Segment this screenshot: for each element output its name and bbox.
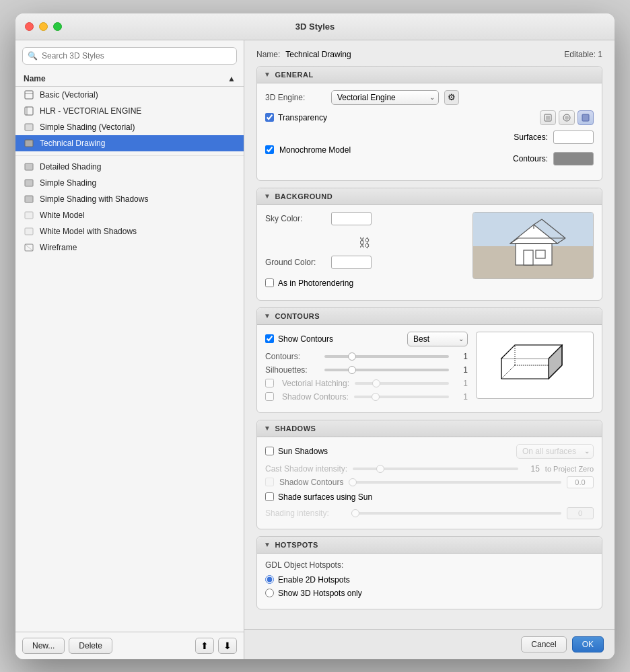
list-item[interactable]: White Model xyxy=(15,207,244,223)
sun-shadows-checkbox[interactable] xyxy=(265,447,274,455)
sky-ground-rows: Sky Color: ⛓ Ground Color: xyxy=(265,212,464,274)
ok-button[interactable]: OK xyxy=(572,636,604,652)
contours-title: CONTOURS xyxy=(275,312,320,320)
silhouettes-label: Silhouettes: xyxy=(265,365,319,375)
list-item[interactable]: Simple Shading (Vectorial) xyxy=(15,119,244,135)
shadow-contours-label: Shadow Contours: xyxy=(282,392,349,402)
show-contours-row: Show Contours Best ⌄ xyxy=(265,332,468,346)
close-button[interactable] xyxy=(25,22,34,31)
style-label: Simple Shading xyxy=(40,178,96,188)
section-chevron: ▼ xyxy=(264,71,271,78)
search-box: 🔍 xyxy=(22,47,237,65)
style-icon xyxy=(24,210,34,221)
cancel-button[interactable]: Cancel xyxy=(521,636,566,652)
list-item[interactable]: Simple Shading xyxy=(15,175,244,191)
svg-rect-7 xyxy=(25,180,33,186)
quality-dropdown[interactable]: Best xyxy=(407,332,468,346)
svg-rect-9 xyxy=(25,212,33,219)
shadow-contours-enable-checkbox[interactable] xyxy=(265,478,274,486)
shadow-contours-full-row: Shadow Contours xyxy=(265,476,594,488)
contours-color-swatch[interactable] xyxy=(553,152,594,165)
list-item[interactable]: Simple Shading with Shadows xyxy=(15,191,244,207)
enable-2d-radio[interactable] xyxy=(265,575,274,584)
list-item[interactable]: Wireframe xyxy=(15,239,244,256)
fullscreen-button[interactable] xyxy=(53,22,62,31)
bg-left: Sky Color: ⛓ Ground Color: xyxy=(265,212,464,293)
list-item[interactable]: Detailed Shading xyxy=(15,155,244,175)
engine-label: 3D Engine: xyxy=(265,93,326,102)
style-label: HLR - VECTORIAL ENGINE xyxy=(40,106,141,116)
ground-row: Ground Color: xyxy=(265,256,464,269)
as-photo-checkbox[interactable] xyxy=(265,278,274,287)
shading-slider[interactable] xyxy=(351,512,561,515)
contours-section: ▼ CONTOURS Show Contours xyxy=(256,307,602,413)
name-row: Name: Technical Drawing Editable: 1 xyxy=(256,50,602,59)
shadow-contours-slider[interactable] xyxy=(354,396,449,398)
section-chevron: ▼ xyxy=(264,192,271,200)
style-label: White Model with Shadows xyxy=(40,227,137,236)
transparency-icon-2[interactable] xyxy=(559,110,575,125)
shading-val[interactable] xyxy=(567,507,594,519)
monochrome-checkbox[interactable] xyxy=(265,145,274,154)
shading-intensity-label: Shading intensity: xyxy=(265,509,346,518)
transparency-icon-1[interactable] xyxy=(540,110,556,125)
transparency-icon-3[interactable] xyxy=(578,110,594,125)
shade-surfaces-label: Shade surfaces using Sun xyxy=(278,492,372,502)
list-item[interactable]: HLR - VECTORIAL ENGINE xyxy=(15,103,244,119)
engine-dropdown[interactable]: Vectorial Engine xyxy=(331,90,439,105)
sun-shadows-row: Sun Shadows On all surfaces ⌄ xyxy=(265,444,594,459)
shadows-section-header: ▼ SHADOWS xyxy=(257,420,602,437)
contours-slider[interactable] xyxy=(324,355,449,358)
link-icon: ⛓ xyxy=(359,236,371,250)
hotspots-section: ▼ HOTSPOTS GDL Object Hotspots: Enable 2… xyxy=(256,536,602,609)
engine-select-wrap: Vectorial Engine ⌄ xyxy=(331,90,439,105)
contours-slider-row: Contours: 1 xyxy=(265,352,468,361)
surfaces-color-swatch[interactable] xyxy=(553,130,594,144)
sky-color-swatch[interactable] xyxy=(331,212,372,225)
show-contours-checkbox[interactable] xyxy=(265,334,274,343)
style-name-value: Technical Drawing xyxy=(285,50,564,59)
contours-body: Show Contours Best ⌄ xyxy=(265,332,594,406)
delete-button[interactable]: Delete xyxy=(69,638,112,654)
shade-surfaces-checkbox[interactable] xyxy=(265,492,274,501)
gdl-row: GDL Object Hotspots: xyxy=(265,560,594,570)
svg-rect-10 xyxy=(25,228,33,235)
list-item[interactable]: White Model with Shadows xyxy=(15,223,244,239)
silhouettes-val: 1 xyxy=(454,365,468,375)
search-icon: 🔍 xyxy=(28,51,38,61)
shadow-contours-value[interactable] xyxy=(567,476,594,488)
vectorial-slider[interactable] xyxy=(355,382,449,385)
contours-left: Show Contours Best ⌄ xyxy=(265,332,468,406)
cast-shadow-slider[interactable] xyxy=(353,468,518,470)
content-area: 🔍 Name ▲ Basic (Vectorial) xyxy=(15,40,615,659)
as-photo-row: As in Photorendering xyxy=(265,278,464,288)
style-label: Simple Shading (Vectorial) xyxy=(40,122,135,132)
shadow-contours-range[interactable] xyxy=(349,481,561,484)
export-button[interactable]: ⬇ xyxy=(218,638,237,654)
svg-rect-21 xyxy=(516,244,552,265)
import-button[interactable]: ⬆ xyxy=(195,638,214,654)
contours-section-header: ▼ CONTOURS xyxy=(257,308,602,325)
show-3d-radio[interactable] xyxy=(265,589,274,597)
style-icon xyxy=(24,178,34,188)
gear-button[interactable]: ⚙ xyxy=(444,90,459,105)
list-item[interactable]: Basic (Vectorial) xyxy=(15,87,244,103)
silhouettes-slider[interactable] xyxy=(324,369,449,371)
style-icon xyxy=(24,89,34,100)
search-input[interactable] xyxy=(22,47,237,65)
editable-label: Editable: 1 xyxy=(564,50,602,59)
new-button[interactable]: New... xyxy=(22,638,65,654)
traffic-lights xyxy=(25,22,62,31)
style-icon xyxy=(24,226,34,237)
transparency-icons xyxy=(540,110,594,125)
vectorial-checkbox[interactable] xyxy=(265,379,274,387)
list-item-selected[interactable]: Technical Drawing xyxy=(15,135,244,151)
ground-color-swatch[interactable] xyxy=(331,256,372,269)
styles-list: Basic (Vectorial) HLR - VECTORIAL ENGINE… xyxy=(15,87,244,632)
minimize-button[interactable] xyxy=(39,22,48,31)
transparency-label: Transparency xyxy=(278,113,327,122)
shadow-contours-checkbox[interactable] xyxy=(265,392,274,401)
svg-point-16 xyxy=(565,116,569,120)
sun-dropdown[interactable]: On all surfaces xyxy=(516,444,594,459)
transparency-checkbox[interactable] xyxy=(265,113,274,122)
